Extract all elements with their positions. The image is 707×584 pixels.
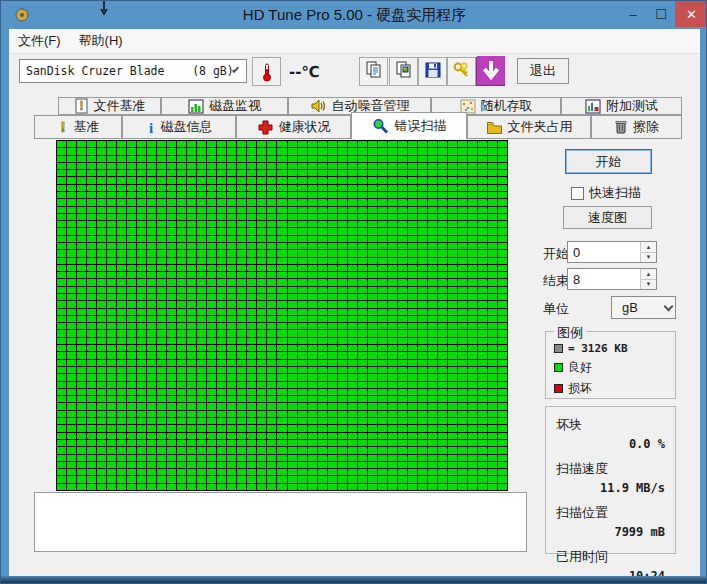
tab-health[interactable]: 健康状况: [236, 115, 351, 139]
scan-block: [338, 440, 347, 446]
scan-block-grid[interactable]: [56, 140, 508, 491]
scan-block: [107, 163, 116, 169]
menu-file[interactable]: 文件(F): [9, 29, 70, 53]
start-scan-button[interactable]: 开始: [565, 149, 652, 174]
scan-block: [308, 148, 317, 154]
scan-block: [308, 418, 317, 424]
scan-block: [197, 447, 206, 453]
exit-button[interactable]: 退出: [517, 58, 569, 84]
scan-block: [217, 192, 226, 198]
scan-block: [237, 221, 246, 227]
scan-block: [167, 352, 176, 358]
options-button[interactable]: [447, 57, 476, 86]
minimize-button[interactable]: –: [619, 1, 647, 27]
scan-block: [197, 345, 206, 351]
scan-block: [147, 265, 156, 271]
scan-block: [227, 323, 236, 329]
scan-block: [217, 214, 226, 220]
scan-block: [468, 148, 477, 154]
scan-block: [97, 469, 106, 475]
scan-block: [468, 418, 477, 424]
scan-block: [267, 163, 276, 169]
scan-block: [308, 455, 317, 461]
scan-block: [378, 309, 387, 315]
scan-block: [177, 185, 186, 191]
drive-selector[interactable]: SanDisk Cruzer Blade (8 gB): [19, 59, 247, 83]
scan-block: [257, 236, 266, 242]
tab-folder-usage[interactable]: 文件夹占用: [467, 115, 591, 139]
scan-block: [348, 330, 357, 336]
scan-block: [348, 316, 357, 322]
end-spinner[interactable]: ▲▼: [640, 269, 656, 289]
copy-image-button[interactable]: [389, 57, 418, 86]
scan-block: [77, 207, 86, 213]
tab-disk-monitor[interactable]: 磁盘监视: [161, 97, 288, 115]
scan-block: [267, 425, 276, 431]
scan-block: [57, 228, 66, 234]
tab-benchmark[interactable]: !基准: [34, 115, 122, 139]
scan-block: [368, 177, 377, 183]
tab-disk-info[interactable]: i磁盘信息: [122, 115, 236, 139]
scan-block: [207, 141, 216, 147]
maximize-button[interactable]: ☐: [647, 1, 675, 27]
quick-scan-option[interactable]: 快速扫描: [571, 184, 641, 202]
scan-block: [418, 411, 427, 417]
temperature-button[interactable]: [252, 57, 281, 86]
scan-block: [167, 185, 176, 191]
scan-block: [77, 236, 86, 242]
quick-scan-checkbox[interactable]: [571, 187, 584, 200]
scan-block: [408, 367, 417, 373]
copy-text-button[interactable]: [359, 57, 388, 86]
scan-block: [458, 476, 467, 482]
scan-block: [237, 214, 246, 220]
scan-block: [137, 469, 146, 475]
scan-block: [388, 403, 397, 409]
scan-block: [107, 156, 116, 162]
scan-block: [438, 484, 447, 490]
scan-block: [408, 214, 417, 220]
scan-block: [398, 389, 407, 395]
tab-error-scan[interactable]: 错误扫描: [351, 112, 467, 139]
scan-block: [157, 243, 166, 249]
tab-file-benchmark[interactable]: !文件基准: [58, 97, 161, 115]
tab-erase[interactable]: 擦除: [591, 115, 682, 139]
tab-extra-tests[interactable]: 附加测试: [561, 97, 682, 115]
scan-block: [478, 374, 487, 380]
close-button[interactable]: ✕: [675, 1, 707, 27]
scan-block: [408, 228, 417, 234]
scan-block: [318, 323, 327, 329]
good-color-swatch: [554, 363, 563, 372]
end-position-input[interactable]: 8 ▲▼: [567, 268, 657, 290]
download-button[interactable]: [476, 57, 505, 86]
scan-block: [67, 476, 76, 482]
copy-image-icon: [395, 61, 413, 82]
scan-block: [328, 425, 337, 431]
scan-block: [368, 301, 377, 307]
scan-block: [288, 301, 297, 307]
scan-block: [458, 141, 467, 147]
scan-block: [97, 265, 106, 271]
scan-block: [448, 389, 457, 395]
scan-block: [308, 338, 317, 344]
scan-block: [438, 141, 447, 147]
scan-block: [458, 192, 467, 198]
scan-block: [458, 440, 467, 446]
start-spinner[interactable]: ▲▼: [640, 242, 656, 262]
scan-block: [217, 207, 226, 213]
scan-block: [338, 425, 347, 431]
scan-block: [147, 469, 156, 475]
scan-block: [498, 382, 507, 388]
scan-block: [368, 294, 377, 300]
speed-map-button[interactable]: 速度图: [563, 206, 652, 229]
unit-select[interactable]: gB: [611, 296, 676, 319]
menu-help[interactable]: 帮助(H): [70, 29, 132, 53]
scan-block: [187, 425, 196, 431]
scan-block: [77, 192, 86, 198]
scan-block: [67, 433, 76, 439]
scan-block: [308, 279, 317, 285]
start-position-input[interactable]: 0 ▲▼: [567, 241, 657, 263]
title-bar[interactable]: HD Tune Pro 5.00 - 硬盘实用程序 – ☐ ✕: [1, 1, 707, 29]
scan-block: [288, 199, 297, 205]
save-button[interactable]: [418, 57, 447, 86]
scan-block: [197, 170, 206, 176]
